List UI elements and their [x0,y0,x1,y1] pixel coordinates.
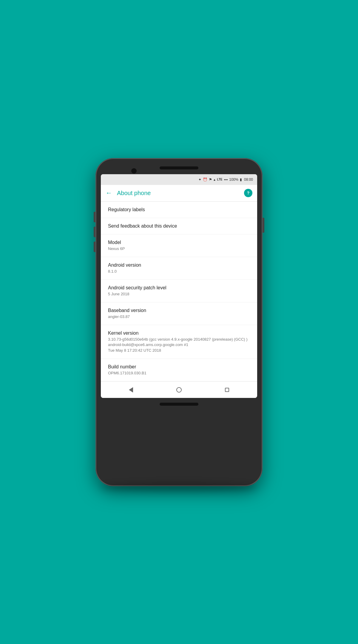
speaker-top [160,166,198,169]
menu-item-title-send-feedback: Send feedback about this device [108,223,250,229]
menu-item-title-regulatory-labels: Regulatory labels [108,207,250,212]
menu-item-build-number[interactable]: Build numberOPM6.171019.030.B1 [101,359,257,381]
menu-item-title-build-number: Build number [108,364,250,370]
app-bar: ← About phone ? [101,185,257,202]
battery-percent: 100% [229,177,238,182]
nav-home-button[interactable] [173,384,185,396]
signal-icon: ▪▪▪ [224,177,228,182]
menu-item-kernel-version[interactable]: Kernel version3.10.73-g56d0150e64b (gcc … [101,325,257,359]
menu-item-title-baseband-version: Baseband version [108,308,250,313]
nav-recents-icon [225,388,229,392]
back-button[interactable]: ← [106,189,112,197]
wifi-icon: ▴ [214,177,215,182]
menu-item-title-android-version: Android version [108,262,250,268]
bluetooth-icon: ✦ [198,177,201,182]
menu-item-baseband-version[interactable]: Baseband versionangler-03.87 [101,302,257,325]
nav-home-icon [176,387,182,393]
menu-item-title-android-security-patch: Android security patch level [108,285,250,291]
menu-item-send-feedback[interactable]: Send feedback about this device [101,218,257,234]
menu-item-title-model: Model [108,240,250,245]
menu-item-subtitle-build-number: OPM6.171019.030.B1 [108,370,250,376]
nav-back-button[interactable] [125,384,137,396]
menu-item-regulatory-labels[interactable]: Regulatory labels [101,202,257,218]
help-button[interactable]: ? [244,189,252,197]
phone-screen: ✦ ⏰ ⚑ ▴ LTE ▪▪▪ 100% ▮ 08:00 ← [101,174,257,398]
menu-item-subtitle-baseband-version: angler-03.87 [108,314,250,319]
status-time: 08:00 [244,177,253,182]
menu-item-subtitle-android-version: 8.1.0 [108,269,250,274]
volume-mute-button[interactable] [94,242,95,252]
content-area: Regulatory labelsSend feedback about thi… [101,202,257,382]
page-title: About phone [117,190,244,197]
lte-icon: LTE [217,178,222,181]
menu-item-subtitle-android-security-patch: 5 June 2018 [108,291,250,297]
battery-icon: ▮ [240,177,242,182]
nav-back-icon [129,387,133,393]
volume-down-button[interactable] [94,227,95,237]
status-icons: ✦ ⏰ ⚑ ▴ LTE ▪▪▪ 100% ▮ 08:00 [198,177,253,182]
volume-up-button[interactable] [94,212,95,222]
front-camera [131,168,137,174]
nav-bar [101,381,257,398]
menu-item-android-version[interactable]: Android version8.1.0 [101,257,257,280]
menu-item-subtitle-model: Nexus 6P [108,246,250,251]
menu-item-android-security-patch[interactable]: Android security patch level5 June 2018 [101,280,257,302]
menu-item-model[interactable]: ModelNexus 6P [101,234,257,257]
power-button[interactable] [263,218,264,233]
vpn-key-icon: ⚑ [209,177,212,182]
menu-item-title-kernel-version: Kernel version [108,331,250,336]
status-bar: ✦ ⏰ ⚑ ▴ LTE ▪▪▪ 100% ▮ 08:00 [101,174,257,185]
phone-device: ✦ ⏰ ⚑ ▴ LTE ▪▪▪ 100% ▮ 08:00 ← [95,158,263,486]
nav-recents-button[interactable] [221,384,233,396]
speaker-bottom [160,403,198,406]
menu-item-subtitle-kernel-version: 3.10.73-g56d0150e64b (gcc version 4.9.x-… [108,337,250,353]
alarm-icon: ⏰ [203,177,207,182]
